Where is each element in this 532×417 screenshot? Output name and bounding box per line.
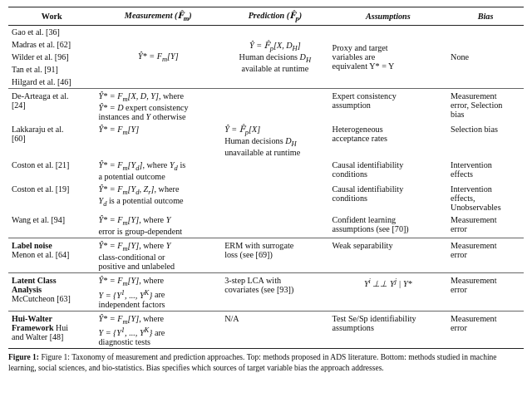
work-cell: Madras et al. [62] (8, 38, 95, 51)
bias-cell: Measurementerror (447, 273, 524, 311)
table-row: Label noise Menon et al. [64] Ŷ* = Fm[Y]… (8, 238, 524, 273)
col-header-assumptions: Assumptions (329, 7, 448, 26)
bias-cell: Interventioneffects,Unobservables (447, 183, 524, 213)
prediction-cell: Ŷ = F̂p[X, DH] Human decisions DH availa… (221, 26, 328, 89)
work-cell: Tan et al. [91] (8, 63, 95, 76)
page: Work Measurement (F̂m) Prediction (F̂p) … (0, 0, 532, 379)
figure-caption: Figure 1: Figure 1: Taxonomy of measurem… (8, 352, 524, 374)
prediction-cell (221, 213, 328, 238)
prediction-cell: 3-step LCA with covariates (see [93]) (221, 273, 328, 311)
prediction-cell: N/A (221, 311, 328, 348)
assumptions-cell: Yi ⊥⊥ Yj | Y* (329, 273, 448, 311)
table-row: Latent ClassAnalysis McCutcheon [63] Ŷ* … (8, 273, 524, 311)
assumptions-cell: Causal identifiabilityconditions (329, 159, 448, 183)
table-row: Coston et al. [21] Ŷ* = Fm[Yd], where Yd… (8, 159, 524, 183)
table-row: Coston et al. [19] Ŷ* = Fm[Yd, Zr], wher… (8, 183, 524, 213)
work-cell: Wilder et al. [96] (8, 51, 95, 63)
bias-cell: Measurementerror, Selectionbias (447, 89, 524, 124)
caption-label: Figure 1: (8, 353, 39, 361)
assumptions-cell: Expert consistencyassumption (329, 89, 448, 124)
measurement-cell: Ŷ* = Fm[Y] (95, 26, 221, 89)
assumptions-cell: Confident learningassumptions (see [70]) (329, 213, 448, 238)
assumptions-cell: Heterogeneousacceptance rates (329, 123, 448, 159)
work-cell: Coston et al. [19] (8, 183, 95, 213)
work-cell: Hui-WalterFramework Hui and Walter [48] (8, 311, 95, 348)
work-cell: Hilgard et al. [46] (8, 76, 95, 89)
measurement-cell: Ŷ* = Fm[Y], where Y = {Y1, ..., YK} are … (95, 273, 221, 311)
measurement-cell: Ŷ* = Fm[Y], where Y class-conditional or… (95, 238, 221, 273)
measurement-cell: Ŷ* = Fm[Y], where Y = {Y1, ..., YK} are … (95, 311, 221, 348)
col-header-measurement: Measurement (F̂m) (95, 7, 221, 26)
col-header-bias: Bias (447, 7, 524, 26)
prediction-cell (221, 183, 328, 213)
table-row: Hui-WalterFramework Hui and Walter [48] … (8, 311, 524, 348)
work-cell: Lakkaraju et al.[60] (8, 123, 95, 159)
col-header-work: Work (8, 7, 95, 26)
measurement-cell: Ŷ* = Fm[Yd], where Yd is a potential out… (95, 159, 221, 183)
bias-cell: Measurementerror (447, 213, 524, 238)
bias-cell: Selection bias (447, 123, 524, 159)
measurement-cell: Ŷ* = Fm[X, D, Y], where Ŷ* = D expert co… (95, 89, 221, 124)
table-header-row: Work Measurement (F̂m) Prediction (F̂p) … (8, 7, 524, 26)
assumptions-cell: Causal identifiabilityconditions (329, 183, 448, 213)
prediction-cell (221, 89, 328, 124)
bias-cell: Interventioneffects (447, 159, 524, 183)
main-table: Work Measurement (F̂m) Prediction (F̂p) … (8, 7, 524, 349)
work-cell: Label noise Menon et al. [64] (8, 238, 95, 273)
table-row: De-Arteaga et al.[24] Ŷ* = Fm[X, D, Y], … (8, 89, 524, 124)
bias-cell: Measurementerror (447, 238, 524, 273)
work-cell: Gao et al. [36] (8, 26, 95, 39)
measurement-cell: Ŷ* = Fm[Yd, Zr], where Yd is a potential… (95, 183, 221, 213)
assumptions-cell: Proxy and targetvariables areequivalent … (329, 26, 448, 89)
table-row: Lakkaraju et al.[60] Ŷ* = Fm[Y] Ŷ = F̂p[… (8, 123, 524, 159)
assumptions-cell: Test Se/Sp identifiabilityassumptions (329, 311, 448, 348)
table-row: Wang et al. [94] Ŷ* = Fm[Y], where Y err… (8, 213, 524, 238)
table-row: Gao et al. [36] Ŷ* = Fm[Y] Ŷ = F̂p[X, DH… (8, 26, 524, 39)
prediction-cell: ERM with surrogate loss (see [69]) (221, 238, 328, 273)
assumptions-cell: Weak separability (329, 238, 448, 273)
work-cell: De-Arteaga et al.[24] (8, 89, 95, 124)
measurement-cell: Ŷ* = Fm[Y] (95, 123, 221, 159)
work-cell: Wang et al. [94] (8, 213, 95, 238)
col-header-prediction: Prediction (F̂p) (221, 7, 328, 26)
measurement-cell: Ŷ* = Fm[Y], where Y error is group-depen… (95, 213, 221, 238)
prediction-cell (221, 159, 328, 183)
work-cell: Coston et al. [21] (8, 159, 95, 183)
prediction-cell: Ŷ = F̂p[X] Human decisions DH unavailabl… (221, 123, 328, 159)
bias-cell: None (447, 26, 524, 89)
work-cell: Latent ClassAnalysis McCutcheon [63] (8, 273, 95, 311)
caption-text: Figure 1: Taxonomy of measurement and pr… (8, 353, 497, 372)
bias-cell: Measurementerror (447, 311, 524, 348)
